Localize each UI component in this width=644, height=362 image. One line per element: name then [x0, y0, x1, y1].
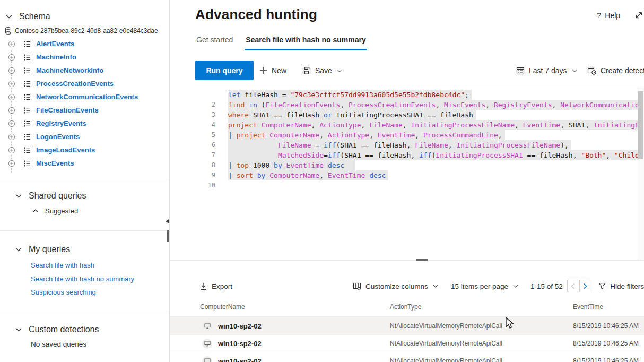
custom-detections-header[interactable]: Custom detections — [15, 325, 99, 334]
customize-columns-dropdown[interactable]: Customize columns — [353, 278, 439, 294]
run-query-button[interactable]: Run query — [195, 61, 254, 80]
table-row[interactable]: win10-sp2-02 NtAllocateVirtualMemoryRemo… — [170, 352, 644, 362]
detection-rule-icon — [587, 66, 596, 75]
code-token: ComputerName — [269, 131, 319, 139]
database-node[interactable]: Contoso 287b5bea-89c2-40d8-aa82-e0e484c3… — [5, 27, 168, 35]
schema-table-link[interactable]: MachineNetworkInfo — [36, 66, 103, 74]
schema-table-item-machinenetworkinfo[interactable]: MachineNetworkInfo — [0, 64, 170, 77]
code-token: EventTime — [378, 131, 415, 139]
schema-table-item-imageloadevents[interactable]: ImageLoadEvents — [0, 143, 170, 157]
table-row[interactable]: win10-sp2-02 NtAllocateVirtualMemoryRemo… — [170, 317, 644, 335]
query-editor[interactable]: 2 let fileHash = "79c3e3cffcf57dd9913a60… — [195, 87, 644, 260]
create-detection-rule-button[interactable]: Create detection rule — [587, 61, 644, 80]
help-button[interactable]: ? Help — [597, 11, 620, 20]
schema-table-item-processcreationevents[interactable]: ProcessCreationEvents — [0, 77, 170, 90]
code-token — [228, 151, 278, 159]
table-row[interactable]: win10-sp2-02 NtAllocateVirtualMemoryRemo… — [170, 335, 644, 352]
chevron-down-icon — [512, 283, 519, 289]
page-size-dropdown[interactable]: 15 items per page — [451, 278, 519, 294]
results-toolbar: Export Customize columns 15 items per pa… — [170, 278, 644, 294]
my-queries-header[interactable]: My queries — [15, 245, 70, 254]
expand-plus-icon[interactable] — [8, 107, 15, 114]
export-button[interactable]: Export — [200, 278, 232, 294]
previous-page-button[interactable] — [567, 280, 578, 292]
tab-search-file-with-hash-no-summary[interactable]: Search file with hash no summary — [245, 33, 367, 50]
column-header-computername[interactable]: ComputerName — [200, 303, 245, 311]
expand-fullscreen-icon[interactable] — [634, 11, 643, 20]
schema-table-item-miscevents[interactable]: MiscEvents — [0, 157, 170, 170]
code-text: | top 1000 by EventTime desc — [228, 160, 355, 170]
saved-query-link[interactable]: Search file with hash — [31, 261, 94, 269]
schema-table-item-networkcommunicationevents[interactable]: NetworkCommunicationEvents — [0, 90, 170, 104]
help-label: Help — [605, 11, 620, 20]
expand-plus-icon[interactable] — [8, 133, 15, 141]
code-token: ComputerName — [262, 121, 311, 129]
saved-query-link[interactable]: Search file with hash no summary — [31, 275, 134, 283]
code-token: , SHA1, — [560, 121, 594, 129]
expand-plus-icon[interactable] — [8, 80, 15, 88]
schema-label: Schema — [19, 12, 50, 21]
schema-table-link[interactable]: LogonEvents — [36, 133, 80, 141]
schema-table-item-filecreationevents[interactable]: FileCreationEvents — [0, 104, 170, 117]
shared-queries-header[interactable]: Shared queries — [15, 191, 86, 201]
code-token: , — [369, 131, 378, 139]
schema-table-link[interactable]: FileCreationEvents — [36, 106, 99, 114]
code-token: (SHA1 == fileHash, — [340, 151, 419, 159]
code-token: EventTime — [523, 121, 560, 129]
pane-collapse-arrow-icon[interactable] — [166, 219, 169, 223]
schema-table-link[interactable]: NetworkCommunicationEvents — [36, 93, 138, 101]
cell-eventtime: 8/15/2019 10:46:25 AM — [573, 357, 639, 362]
expand-plus-icon[interactable] — [8, 160, 15, 167]
schema-section-header[interactable]: Schema — [5, 12, 50, 21]
code-token: project — [237, 131, 266, 139]
splitter-drag-handle[interactable] — [416, 259, 428, 261]
tab-get-started[interactable]: Get started — [195, 33, 234, 50]
new-query-button[interactable]: New — [259, 61, 286, 80]
column-header-actiontype[interactable]: ActionType — [390, 303, 421, 311]
code-text: project ComputerName, ActionType, FileNa… — [228, 120, 644, 130]
code-token: , — [498, 131, 502, 139]
schema-table-link[interactable]: MachineInfo — [36, 53, 76, 61]
schema-table-link[interactable]: ProcessCreationEvents — [36, 80, 114, 88]
suggested-group-header[interactable]: Suggested — [32, 207, 78, 215]
cell-actiontype: NtAllocateVirtualMemoryRemoteApiCall — [390, 340, 502, 347]
column-header-eventtime[interactable]: EventTime — [573, 303, 603, 311]
editor-results-splitter[interactable] — [170, 260, 644, 261]
schema-table-link[interactable]: RegistryEvents — [36, 119, 86, 127]
schema-table-link[interactable]: ImageLoadEvents — [36, 146, 95, 154]
schema-table-link[interactable]: MiscEvents — [36, 159, 74, 167]
code-line: 10 | sort by ComputerName, EventTime des… — [195, 170, 644, 180]
table-icon — [23, 146, 31, 154]
next-page-button[interactable] — [579, 280, 590, 292]
save-button[interactable]: Save — [302, 61, 343, 80]
sidebar-divider — [0, 230, 169, 231]
code-token: , — [448, 141, 457, 149]
editor-scrollbar-thumb[interactable] — [638, 91, 643, 159]
sidebar-scrollbar[interactable] — [167, 230, 169, 242]
hide-filters-button[interactable]: Hide filters — [598, 278, 644, 294]
no-saved-queries-text: No saved queries — [31, 340, 86, 348]
code-token: "79c3e3cffcf57dd9913a605d5e55b2fdb8ebc4d… — [290, 91, 465, 99]
my-queries-label: My queries — [29, 245, 70, 254]
code-line: 9 | top 1000 by EventTime desc — [195, 160, 644, 170]
schema-table-item-logonevents[interactable]: LogonEvents — [0, 130, 170, 143]
expand-plus-icon[interactable] — [8, 67, 15, 74]
device-icon — [202, 356, 212, 362]
expand-plus-icon[interactable] — [8, 40, 15, 48]
expand-plus-icon[interactable] — [8, 93, 15, 101]
chevron-up-icon — [32, 208, 39, 214]
custom-detections-label: Custom detections — [29, 325, 99, 334]
expand-plus-icon[interactable] — [8, 146, 15, 154]
editor-scrollbar[interactable] — [638, 88, 644, 260]
schema-table-item-registryevents[interactable]: RegistryEvents — [0, 117, 170, 130]
saved-query-link[interactable]: Suspicious searching — [31, 288, 96, 296]
expand-plus-icon[interactable] — [8, 54, 15, 61]
schema-table-item-machineinfo[interactable]: MachineInfo — [0, 50, 170, 64]
expand-plus-icon[interactable] — [8, 120, 15, 127]
cell-eventtime: 8/15/2019 10:46:25 AM — [573, 322, 639, 330]
code-token: ( — [257, 101, 266, 109]
code-token: (SHA1 == fileHash, — [336, 141, 415, 149]
time-range-dropdown[interactable]: Last 7 days — [516, 61, 578, 80]
schema-table-item-alertevents[interactable]: AlertEvents — [0, 37, 170, 50]
schema-table-link[interactable]: AlertEvents — [36, 40, 74, 48]
